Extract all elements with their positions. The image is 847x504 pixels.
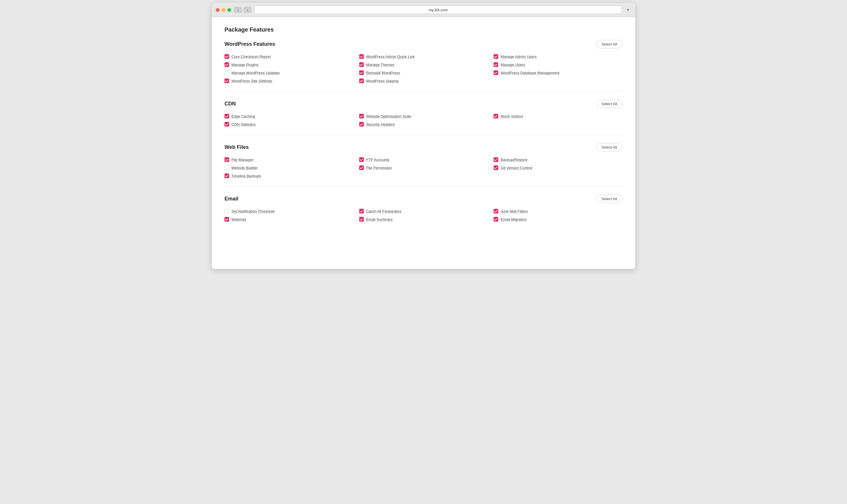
browser-chrome: ‹ › my.20i.com + (212, 3, 635, 17)
list-item: Manage Admin Users (493, 54, 623, 59)
list-item: Manage Themes (359, 62, 488, 67)
checkbox-wordpress-9[interactable] (224, 78, 229, 83)
section-header-webfiles: Web FilesSelect All (224, 143, 623, 151)
list-item: WordPress Staging (359, 78, 488, 83)
checkbox-cdn-4[interactable] (359, 122, 364, 127)
checkbox-wordpress-8[interactable] (493, 70, 498, 75)
feature-link[interactable]: CDN Statistics (232, 122, 256, 127)
checkbox-cdn-3[interactable] (224, 122, 229, 127)
features-grid-email: Set Notification ThresholdCatch-All Forw… (224, 209, 623, 221)
list-item: Junk Mail Filters (493, 209, 623, 214)
checkbox-cdn-2[interactable] (493, 114, 498, 119)
checkbox-webfiles-3[interactable] (224, 165, 229, 170)
checkbox-webfiles-0[interactable] (224, 157, 229, 162)
checkbox-email-1[interactable] (359, 209, 364, 214)
checkbox-email-4[interactable] (359, 217, 364, 221)
section-title-email: Email (224, 196, 238, 202)
list-item: Email Migration (493, 217, 623, 221)
section-email: EmailSelect AllSet Notification Threshol… (224, 195, 623, 221)
features-grid-wordpress: Core Checksum ReportWordPress Admin Quic… (224, 54, 623, 83)
checkbox-wordpress-2[interactable] (493, 54, 498, 59)
close-button[interactable] (216, 8, 220, 12)
feature-link[interactable]: Manage Admin Users (501, 54, 537, 59)
feature-link[interactable]: Reinstall WordPress (366, 71, 400, 75)
feature-link[interactable]: Webmail (232, 217, 246, 221)
checkbox-cdn-0[interactable] (224, 114, 229, 119)
checkbox-wordpress-6[interactable] (224, 70, 229, 75)
forward-button[interactable]: › (243, 7, 251, 13)
feature-link[interactable]: WordPress Site Settings (232, 79, 272, 83)
section-divider (224, 91, 623, 92)
feature-link[interactable]: Catch-All Forwarders (366, 209, 401, 214)
section-webfiles: Web FilesSelect AllFile ManagerFTP Accou… (224, 143, 623, 178)
list-item: File Permission (359, 165, 488, 170)
feature-link[interactable]: Manage Users (501, 62, 525, 67)
feature-link[interactable]: Junk Mail Filters (501, 209, 528, 214)
checkbox-wordpress-7[interactable] (359, 70, 364, 75)
feature-link[interactable]: FTP Accounts (366, 158, 390, 162)
feature-link[interactable]: Manage Themes (366, 62, 394, 67)
list-item: Website Optimisation Suite (359, 114, 488, 119)
back-button[interactable]: ‹ (234, 7, 242, 13)
feature-link[interactable]: WordPress Database Management (501, 71, 559, 75)
new-tab-button[interactable]: + (625, 7, 631, 13)
minimize-button[interactable] (221, 8, 226, 12)
checkbox-wordpress-10[interactable] (359, 78, 364, 83)
feature-link[interactable]: Git Version Control (501, 166, 532, 170)
select-all-button-email[interactable]: Select All (596, 195, 623, 203)
checkbox-wordpress-4[interactable] (359, 62, 364, 67)
list-item: Edge Caching (224, 114, 354, 119)
feature-link[interactable]: WordPress Staging (366, 79, 399, 83)
feature-link[interactable]: WordPress Admin Quick Link (366, 54, 415, 59)
list-item: Manage WordPress Updates (224, 70, 354, 75)
checkbox-email-2[interactable] (493, 209, 498, 214)
checkbox-wordpress-5[interactable] (493, 62, 498, 67)
feature-link[interactable]: Set Notification Threshold (232, 209, 275, 214)
feature-link[interactable]: Timeline Backups (232, 174, 261, 178)
list-item: WordPress Admin Quick Link (359, 54, 488, 59)
checkbox-webfiles-5[interactable] (493, 165, 498, 170)
feature-link[interactable]: File Permission (366, 166, 392, 170)
section-header-wordpress: WordPress FeaturesSelect All (224, 40, 623, 48)
feature-link[interactable]: Email Summary (366, 217, 393, 221)
checkbox-wordpress-3[interactable] (224, 62, 229, 67)
list-item: Webmail (224, 217, 354, 221)
list-item: Backup/Restore (493, 157, 623, 162)
select-all-button-cdn[interactable]: Select All (596, 100, 623, 108)
feature-link[interactable]: Email Migration (501, 217, 527, 221)
url-bar[interactable]: my.20i.com (254, 6, 622, 14)
section-header-email: EmailSelect All (224, 195, 623, 203)
select-all-button-webfiles[interactable]: Select All (596, 143, 623, 151)
checkbox-email-5[interactable] (493, 217, 498, 221)
checkbox-email-0[interactable] (224, 209, 229, 214)
checkbox-wordpress-1[interactable] (359, 54, 364, 59)
url-text: my.20i.com (429, 8, 448, 12)
feature-link[interactable]: Core Checksum Report (232, 54, 271, 59)
maximize-button[interactable] (228, 8, 231, 12)
list-item: CDN Statistics (224, 122, 354, 127)
feature-link[interactable]: Security Headers (366, 122, 395, 127)
section-title-cdn: CDN (224, 101, 236, 107)
select-all-button-wordpress[interactable]: Select All (596, 40, 623, 48)
feature-link[interactable]: Manage Plugins (232, 62, 258, 67)
list-item: Set Notification Threshold (224, 209, 354, 214)
checkbox-cdn-1[interactable] (359, 114, 364, 119)
checkbox-webfiles-1[interactable] (359, 157, 364, 162)
feature-link[interactable]: Website Builder (232, 166, 258, 170)
checkbox-webfiles-4[interactable] (359, 165, 364, 170)
checkbox-email-3[interactable] (224, 217, 229, 221)
checkbox-wordpress-0[interactable] (224, 54, 229, 59)
feature-link[interactable]: Manage WordPress Updates (232, 71, 280, 75)
features-grid-webfiles: File ManagerFTP AccountsBackup/RestoreWe… (224, 157, 623, 178)
list-item: FTP Accounts (359, 157, 488, 162)
traffic-lights (216, 8, 231, 12)
checkbox-webfiles-6[interactable] (224, 174, 229, 178)
checkbox-webfiles-2[interactable] (493, 157, 498, 162)
feature-link[interactable]: Block Visitors (501, 114, 523, 119)
list-item: Email Summary (359, 217, 488, 221)
section-title-wordpress: WordPress Features (224, 41, 275, 47)
feature-link[interactable]: Backup/Restore (501, 158, 527, 162)
feature-link[interactable]: Website Optimisation Suite (366, 114, 411, 119)
feature-link[interactable]: Edge Caching (232, 114, 255, 119)
feature-link[interactable]: File Manager (232, 158, 253, 162)
